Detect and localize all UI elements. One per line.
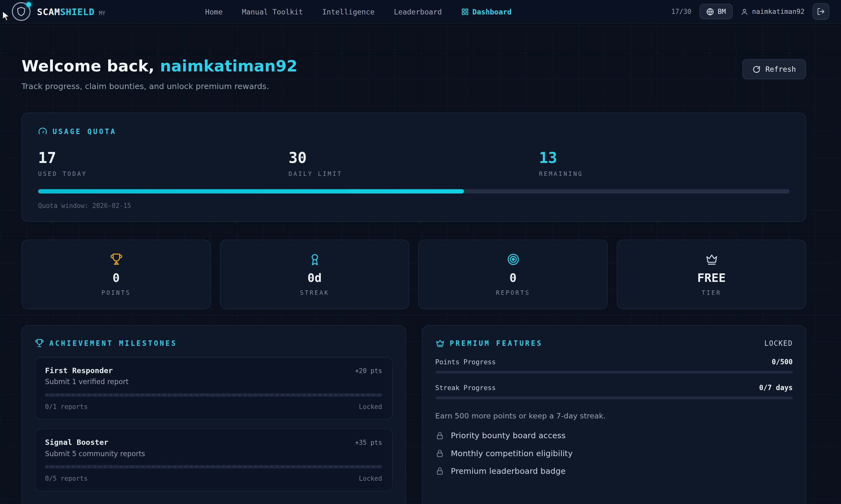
trophy-small-icon: [35, 339, 44, 348]
points-label: POINTS: [101, 289, 131, 296]
achievements-card: ACHIEVEMENT MILESTONES First Responder +…: [21, 325, 406, 504]
streak-value: 0d: [307, 271, 321, 285]
nav-link-home[interactable]: Home: [205, 7, 223, 16]
milestone-progress-text: 0/1 reports: [45, 403, 88, 411]
milestone-name: First Responder: [45, 366, 113, 374]
quota-stat-used: 17 USED TODAY: [38, 149, 289, 177]
points-card: 0 POINTS: [21, 239, 211, 309]
reports-card: 0 REPORTS: [418, 239, 608, 309]
greeting-username: naimkatiman92: [160, 57, 298, 75]
grid-icon: [461, 8, 469, 15]
points-progress-value: 0/500: [772, 358, 793, 366]
reports-label: REPORTS: [496, 289, 530, 296]
brand[interactable]: SCAMSHIELD MY: [12, 2, 105, 21]
milestone-status: Locked: [359, 475, 382, 482]
premium-hint: Earn 500 more points or keep a 7-day str…: [435, 412, 792, 420]
tier-card: FREE TIER: [617, 239, 806, 309]
nav-link-leaderboard[interactable]: Leaderboard: [394, 7, 442, 16]
nav-links: Home Manual Toolkit Intelligence Leaderb…: [205, 7, 512, 16]
used-today-value: 17: [38, 149, 289, 167]
quota-indicator: 17/30: [671, 7, 691, 16]
status-dot-icon: [26, 2, 31, 7]
usage-quota-title: USAGE QUOTA: [53, 127, 117, 136]
milestone-signal-booster: Signal Booster +35 pts Submit 5 communit…: [35, 429, 392, 491]
lock-icon: [435, 467, 444, 475]
tier-label: TIER: [702, 289, 721, 296]
feature-label: Priority bounty board access: [451, 431, 566, 441]
account-menu[interactable]: naimkatiman92: [741, 7, 805, 16]
feature-leaderboard-badge: Premium leaderboard badge: [435, 466, 792, 476]
usage-quota-header: USAGE QUOTA: [38, 127, 790, 136]
logout-button[interactable]: [813, 3, 829, 20]
points-progress-bar: [435, 371, 792, 374]
stat-cards-row: 0 POINTS 0d STREAK 0 REP: [21, 239, 806, 309]
main-content: Welcome back, naimkatiman92 Track progre…: [0, 57, 841, 504]
premium-card: PREMIUM FEATURES LOCKED Points Progress …: [422, 325, 806, 504]
milestone-name: Signal Booster: [45, 438, 108, 446]
trophy-icon: [109, 252, 122, 266]
premium-title: PREMIUM FEATURES: [450, 339, 543, 347]
streak-progress-label: Streak Progress: [435, 384, 495, 392]
milestone-progress-bar: [45, 393, 382, 396]
app-viewport: SCAMSHIELD MY Home Manual Toolkit Intell…: [0, 0, 841, 504]
quota-stat-remaining: 13 REMAINING: [539, 149, 790, 177]
milestone-progress-bar: [45, 465, 382, 468]
target-icon: [507, 252, 520, 266]
brand-part1: SCAM: [37, 6, 60, 17]
daily-limit-label: DAILY LIMIT: [288, 170, 539, 177]
reports-value: 0: [509, 271, 517, 285]
tier-value: FREE: [697, 271, 725, 285]
points-progress-label: Points Progress: [435, 358, 495, 366]
brand-part2: SHIELD: [60, 6, 95, 17]
quota-progress-fill: [38, 189, 464, 194]
streak-label: STREAK: [300, 289, 329, 296]
logout-icon: [817, 7, 825, 16]
milestone-points: +20 pts: [355, 367, 382, 375]
top-navbar: SCAMSHIELD MY Home Manual Toolkit Intell…: [0, 0, 841, 23]
points-progress-row: Points Progress 0/500: [435, 358, 792, 374]
milestone-desc: Submit 5 community reports: [45, 450, 382, 458]
nav-link-manual-toolkit[interactable]: Manual Toolkit: [242, 7, 303, 16]
milestone-status: Locked: [359, 403, 382, 411]
achievements-title: ACHIEVEMENT MILESTONES: [49, 339, 177, 347]
feature-label: Monthly competition eligibility: [451, 449, 573, 458]
username-label: naimkatiman92: [752, 7, 805, 16]
globe-icon: [706, 8, 714, 15]
lock-icon: [435, 449, 444, 457]
milestone-progress-text: 0/5 reports: [45, 475, 88, 482]
streak-progress-bar: [435, 397, 792, 399]
daily-limit-value: 30: [288, 149, 539, 167]
gauge-icon: [38, 127, 47, 136]
nav-link-intelligence[interactable]: Intelligence: [322, 7, 374, 16]
points-value: 0: [113, 271, 120, 285]
page-title: Welcome back, naimkatiman92: [21, 57, 298, 75]
usage-quota-card: USAGE QUOTA 17 USED TODAY 30 DAILY LIMIT…: [21, 113, 806, 222]
refresh-button[interactable]: Refresh: [742, 59, 806, 79]
medal-icon: [308, 252, 321, 266]
user-icon: [741, 8, 749, 15]
quota-progress-bar: [38, 189, 790, 194]
greeting-text: Welcome back,: [21, 57, 155, 75]
streak-card: 0d STREAK: [220, 239, 409, 309]
nav-link-dashboard[interactable]: Dashboard: [461, 7, 512, 16]
remaining-label: REMAINING: [539, 170, 790, 177]
premium-features-list: Priority bounty board access Monthly com…: [435, 431, 792, 476]
shield-logo-icon: [12, 2, 31, 21]
page-header: Welcome back, naimkatiman92 Track progre…: [21, 57, 806, 91]
refresh-icon: [753, 65, 761, 73]
premium-header: PREMIUM FEATURES: [435, 339, 543, 348]
language-toggle[interactable]: BM: [699, 4, 733, 19]
page-subtitle: Track progress, claim bounties, and unlo…: [21, 82, 298, 91]
milestone-points: +35 pts: [355, 439, 382, 446]
refresh-label: Refresh: [766, 65, 796, 73]
crown-icon: [705, 252, 718, 266]
remaining-value: 13: [539, 149, 790, 167]
bottom-grid: ACHIEVEMENT MILESTONES First Responder +…: [21, 325, 806, 504]
quota-window-note: Quota window: 2026-02-15: [38, 202, 790, 210]
navbar-right: 17/30 BM naimkatiman92: [671, 3, 829, 20]
premium-status-badge: LOCKED: [764, 339, 792, 347]
quota-stats: 17 USED TODAY 30 DAILY LIMIT 13 REMAININ…: [38, 149, 790, 177]
quota-stat-limit: 30 DAILY LIMIT: [288, 149, 539, 177]
achievements-header: ACHIEVEMENT MILESTONES: [35, 339, 392, 348]
lock-icon: [435, 431, 444, 440]
